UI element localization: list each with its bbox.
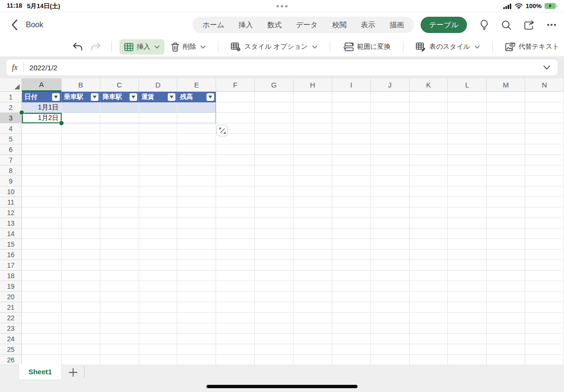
cell-H12[interactable] (293, 207, 332, 218)
column-header-L[interactable]: L (448, 78, 487, 92)
cell-J9[interactable] (371, 176, 410, 186)
tab-table-active[interactable]: テーブル (421, 17, 467, 33)
cell-C14[interactable] (100, 229, 139, 239)
cell-L15[interactable] (448, 239, 487, 250)
row-header-10[interactable]: 10 (0, 186, 22, 197)
cell-N13[interactable] (525, 218, 564, 229)
formula-input[interactable]: 2022/1/2 (30, 64, 542, 72)
cell-H17[interactable] (293, 260, 332, 271)
cell-N1[interactable] (525, 92, 564, 102)
cell-H24[interactable] (293, 334, 332, 344)
cell-N15[interactable] (525, 239, 564, 250)
cell-L11[interactable] (448, 197, 487, 207)
cell-D16[interactable] (139, 250, 178, 260)
cell-B18[interactable] (62, 271, 100, 281)
cell-C15[interactable] (100, 239, 139, 250)
cell-C7[interactable] (100, 155, 139, 165)
cell-H14[interactable] (293, 229, 332, 239)
cell-F18[interactable] (216, 271, 255, 281)
cell-F8[interactable] (216, 165, 255, 176)
cell-G8[interactable] (255, 165, 293, 176)
cell-E26[interactable] (177, 355, 216, 365)
column-header-J[interactable]: J (371, 78, 410, 92)
cell-H20[interactable] (293, 292, 332, 302)
cell-D21[interactable] (139, 302, 178, 313)
ellipsis-icon[interactable] (547, 23, 556, 26)
cell-B24[interactable] (62, 334, 100, 344)
cell-J4[interactable] (371, 123, 410, 134)
cell-J14[interactable] (371, 229, 410, 239)
cell-J15[interactable] (371, 239, 410, 250)
cell-C11[interactable] (100, 197, 139, 207)
cell-G4[interactable] (255, 123, 293, 134)
cell-C10[interactable] (100, 186, 139, 197)
cell-L12[interactable] (448, 207, 487, 218)
home-indicator[interactable] (206, 385, 358, 388)
cell-M13[interactable] (487, 218, 525, 229)
cell-J16[interactable] (371, 250, 410, 260)
cell-A20[interactable] (22, 292, 62, 302)
cell-I22[interactable] (332, 313, 371, 323)
cell-E14[interactable] (177, 229, 216, 239)
cell-A1[interactable]: 日付 (22, 92, 62, 102)
cell-N22[interactable] (525, 313, 564, 323)
cell-I24[interactable] (332, 334, 371, 344)
cell-M15[interactable] (487, 239, 525, 250)
cell-K1[interactable] (410, 92, 448, 102)
cell-N18[interactable] (525, 271, 564, 281)
cell-L6[interactable] (448, 144, 487, 155)
row-header-24[interactable]: 24 (0, 334, 22, 344)
cell-K23[interactable] (410, 323, 448, 334)
cell-J17[interactable] (371, 260, 410, 271)
cell-F24[interactable] (216, 334, 255, 344)
cell-G26[interactable] (255, 355, 293, 365)
cell-N20[interactable] (525, 292, 564, 302)
cell-N16[interactable] (525, 250, 564, 260)
cell-B23[interactable] (62, 323, 100, 334)
undo-button[interactable] (70, 39, 86, 54)
cell-A9[interactable] (22, 176, 62, 186)
cell-I13[interactable] (332, 218, 371, 229)
cell-B9[interactable] (62, 176, 100, 186)
cell-F26[interactable] (216, 355, 255, 365)
cell-H23[interactable] (293, 323, 332, 334)
cell-D11[interactable] (139, 197, 178, 207)
cell-C26[interactable] (100, 355, 139, 365)
cell-D17[interactable] (139, 260, 178, 271)
cell-F1[interactable] (216, 92, 255, 102)
cell-C4[interactable] (100, 123, 139, 134)
cell-N21[interactable] (525, 302, 564, 313)
cell-J26[interactable] (371, 355, 410, 365)
cell-M9[interactable] (487, 176, 525, 186)
cell-K12[interactable] (410, 207, 448, 218)
cell-F19[interactable] (216, 281, 255, 292)
cell-M11[interactable] (487, 197, 525, 207)
cell-H10[interactable] (293, 186, 332, 197)
cell-L1[interactable] (448, 92, 487, 102)
formula-bar[interactable]: fx 2022/1/2 (6, 59, 558, 76)
cell-N19[interactable] (525, 281, 564, 292)
tab-review[interactable]: 校閲 (325, 17, 354, 33)
cell-D15[interactable] (139, 239, 178, 250)
cell-D6[interactable] (139, 144, 178, 155)
cell-N24[interactable] (525, 334, 564, 344)
cell-G20[interactable] (255, 292, 293, 302)
cell-D2[interactable] (139, 102, 178, 113)
cell-E20[interactable] (177, 292, 216, 302)
cell-H1[interactable] (293, 92, 332, 102)
filter-icon[interactable] (91, 93, 98, 101)
column-header-B[interactable]: B (62, 78, 100, 92)
cell-G25[interactable] (255, 344, 293, 355)
tab-view[interactable]: 表示 (354, 17, 382, 33)
cell-E9[interactable] (177, 176, 216, 186)
cell-I11[interactable] (332, 197, 371, 207)
cell-I26[interactable] (332, 355, 371, 365)
cell-A16[interactable] (22, 250, 62, 260)
cell-J12[interactable] (371, 207, 410, 218)
row-header-12[interactable]: 12 (0, 207, 22, 218)
cell-L8[interactable] (448, 165, 487, 176)
cell-I10[interactable] (332, 186, 371, 197)
alt-text-button[interactable]: 代替テキスト (500, 39, 564, 54)
cell-J24[interactable] (371, 334, 410, 344)
cell-B22[interactable] (62, 313, 100, 323)
